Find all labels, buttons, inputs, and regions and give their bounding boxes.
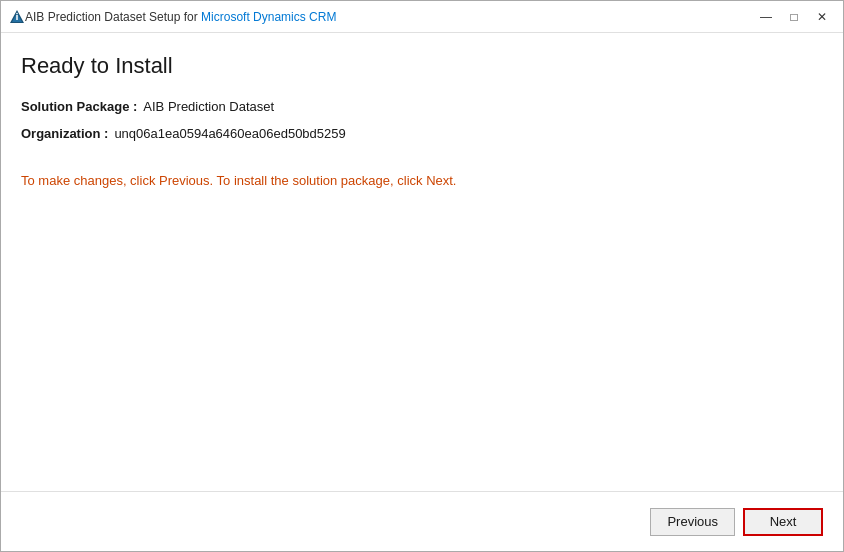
- content-spacer: [21, 188, 823, 481]
- organization-label: Organization :: [21, 126, 108, 141]
- main-window: AIB Prediction Dataset Setup for Microso…: [0, 0, 844, 552]
- title-bar: AIB Prediction Dataset Setup for Microso…: [1, 1, 843, 33]
- organization-row: Organization : unq06a1ea0594a6460ea06ed5…: [21, 126, 823, 141]
- next-button[interactable]: Next: [743, 508, 823, 536]
- minimize-button[interactable]: —: [753, 4, 779, 30]
- window-controls: — □ ✕: [753, 4, 835, 30]
- maximize-button[interactable]: □: [781, 4, 807, 30]
- info-section: Solution Package : AIB Prediction Datase…: [21, 99, 823, 141]
- solution-package-row: Solution Package : AIB Prediction Datase…: [21, 99, 823, 114]
- close-button[interactable]: ✕: [809, 4, 835, 30]
- app-icon: [9, 9, 25, 25]
- previous-button[interactable]: Previous: [650, 508, 735, 536]
- solution-package-label: Solution Package :: [21, 99, 137, 114]
- organization-value: unq06a1ea0594a6460ea06ed50bd5259: [114, 126, 345, 141]
- title-prefix: AIB Prediction Dataset Setup for: [25, 10, 201, 24]
- solution-package-value: AIB Prediction Dataset: [143, 99, 274, 114]
- content-area: Ready to Install Solution Package : AIB …: [1, 33, 843, 491]
- svg-point-3: [16, 12, 18, 14]
- page-title: Ready to Install: [21, 53, 823, 79]
- footer: Previous Next: [1, 491, 843, 551]
- title-bar-text: AIB Prediction Dataset Setup for Microso…: [25, 10, 753, 24]
- instruction-text: To make changes, click Previous. To inst…: [21, 173, 823, 188]
- title-colored: Microsoft Dynamics CRM: [201, 10, 336, 24]
